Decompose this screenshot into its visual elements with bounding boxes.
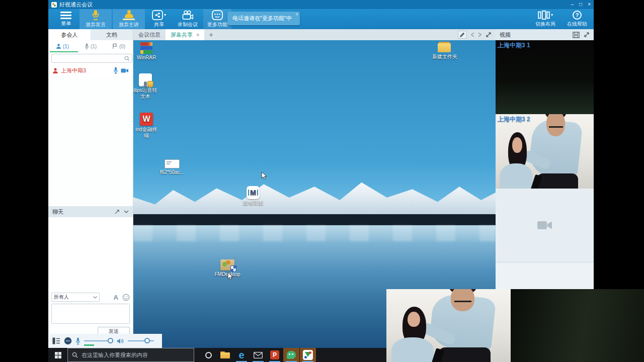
next-arrow-icon[interactable] bbox=[478, 32, 482, 37]
add-tab-button[interactable]: + bbox=[204, 31, 217, 39]
speaker-volume-slider[interactable] bbox=[128, 338, 154, 344]
switch-layout-button[interactable]: ▾ 切换布局 bbox=[529, 9, 561, 29]
filter-hands-raised[interactable]: (0) bbox=[105, 40, 133, 52]
mic-volume-slider[interactable] bbox=[84, 338, 113, 344]
chat-input[interactable] bbox=[52, 304, 129, 323]
fullscreen-icon[interactable] bbox=[486, 32, 492, 38]
audio-controls-bar bbox=[49, 334, 162, 348]
video-feed-1[interactable]: 上海中期3 1 bbox=[496, 40, 594, 114]
participant-row[interactable]: 上海中期3 bbox=[48, 64, 133, 76]
edge-icon: e bbox=[238, 350, 244, 360]
participant-name: 上海中期3 bbox=[61, 67, 86, 74]
tab-meeting-info[interactable]: 会议信息 bbox=[133, 29, 166, 40]
desktop-icon-mindmap[interactable]: M 思维导图 bbox=[238, 186, 268, 206]
participant-person-icon bbox=[52, 67, 58, 74]
give-up-presenter-button[interactable]: 放弃主讲 bbox=[113, 9, 145, 29]
tab-screen-share[interactable]: 屏幕共享 × bbox=[166, 29, 204, 40]
edge-button[interactable]: e bbox=[233, 348, 250, 362]
tab-close-icon[interactable]: × bbox=[196, 32, 199, 38]
collapse-chevron-icon[interactable] bbox=[124, 210, 129, 214]
phone-invite-tooltip: 电话邀请在"更多功能"中 × bbox=[227, 12, 300, 25]
wallpaper-mountains bbox=[133, 174, 496, 216]
windows-logo-icon bbox=[55, 352, 61, 358]
desktop-icon-wind-terminal[interactable]: W ind金融终 端 bbox=[133, 113, 162, 138]
taskbar-search-placeholder: 在这里输入你要搜索的内容 bbox=[82, 351, 148, 359]
close-button[interactable]: × bbox=[588, 0, 591, 9]
more-functions-icon bbox=[212, 10, 223, 20]
video-feed-2[interactable]: 上海中期3 2 bbox=[496, 114, 594, 189]
record-meeting-button[interactable]: 录制会议 bbox=[173, 9, 202, 29]
search-icon[interactable] bbox=[124, 56, 130, 61]
mic-icon bbox=[85, 43, 89, 49]
layout-list-icon[interactable] bbox=[52, 337, 60, 344]
overlay-people-video bbox=[386, 289, 511, 362]
mouse-cursor-2 bbox=[227, 272, 233, 281]
video-feed-3[interactable] bbox=[496, 189, 594, 262]
mail-icon bbox=[254, 352, 263, 358]
winrar-icon bbox=[140, 42, 152, 54]
wallpaper-shoreline bbox=[133, 214, 496, 225]
speaker-icon[interactable] bbox=[117, 338, 124, 344]
maximize-button[interactable]: □ bbox=[579, 0, 582, 9]
taskbar-search[interactable]: 在这里输入你要搜索的内容 bbox=[67, 348, 194, 362]
layout-icon bbox=[538, 11, 550, 20]
participant-search bbox=[51, 54, 132, 63]
cortana-button[interactable] bbox=[200, 348, 216, 362]
mouse-cursor bbox=[261, 171, 267, 180]
video-panel-header: 视频 bbox=[496, 29, 594, 40]
online-help-button[interactable]: ? 在线帮助 bbox=[564, 9, 591, 29]
minimize-button[interactable]: – bbox=[571, 0, 574, 9]
feed-2-video bbox=[496, 114, 594, 189]
movie-camera-icon bbox=[182, 10, 194, 20]
recipient-select[interactable]: 所有人 bbox=[51, 293, 100, 302]
desktop-icon-speech-to-text[interactable]: ilips语音转 文本 bbox=[133, 73, 160, 99]
participant-camera-icon[interactable] bbox=[121, 68, 129, 73]
popout-icon[interactable] bbox=[114, 209, 120, 215]
overlay-video-dark[interactable] bbox=[511, 289, 644, 362]
chat-messages bbox=[48, 217, 133, 292]
file-explorer-button[interactable] bbox=[217, 348, 233, 362]
expand-icon[interactable] bbox=[584, 32, 590, 38]
powerpoint-icon: P bbox=[270, 350, 279, 359]
wechat-button[interactable] bbox=[283, 348, 299, 362]
mindmaster-icon: M bbox=[247, 186, 260, 199]
chevron-down-icon bbox=[93, 296, 97, 299]
tab-participants[interactable]: 参会人 bbox=[48, 29, 91, 40]
chat-header: 聊天 bbox=[48, 206, 133, 217]
feed-2-label: 上海中期3 2 bbox=[498, 115, 530, 124]
share-icon bbox=[152, 10, 163, 20]
film-strip-icon[interactable] bbox=[573, 32, 580, 38]
window-file-icon bbox=[165, 159, 180, 168]
emoji-button[interactable] bbox=[122, 294, 130, 301]
desktop-icon-new-folder[interactable]: 新建文件夹 bbox=[430, 42, 460, 60]
flag-icon bbox=[112, 43, 118, 49]
tab-documents[interactable]: 文档 bbox=[91, 29, 133, 40]
wallpaper-reflection bbox=[133, 225, 496, 241]
tooltip-close-icon[interactable]: × bbox=[295, 12, 298, 17]
fmdesktop-icon bbox=[220, 259, 234, 270]
content-tabbar: 会议信息 屏幕共享 × + bbox=[133, 29, 496, 40]
conference-app-button[interactable] bbox=[300, 348, 316, 362]
start-button[interactable] bbox=[48, 348, 67, 362]
chat-bubble-icon[interactable] bbox=[64, 337, 72, 345]
desktop-icon-winrar[interactable]: WinRAR bbox=[133, 42, 162, 61]
menu-button[interactable]: 菜单 bbox=[53, 9, 78, 29]
participant-mic-icon[interactable] bbox=[113, 67, 118, 74]
share-button[interactable]: ▾ 共享 bbox=[146, 9, 172, 29]
give-up-speaking-button[interactable]: 放弃发言 bbox=[79, 9, 112, 29]
font-button[interactable]: A bbox=[114, 294, 118, 301]
powerpoint-button[interactable]: P bbox=[267, 348, 283, 362]
annotate-button[interactable] bbox=[458, 31, 467, 39]
desktop-icon-file[interactable]: f62*50ac... bbox=[157, 159, 187, 175]
filter-speaking[interactable]: (1) bbox=[76, 40, 105, 52]
menu-icon bbox=[60, 12, 71, 19]
participant-search-input[interactable] bbox=[54, 55, 122, 62]
app-logo-icon bbox=[51, 2, 57, 8]
prev-arrow-icon[interactable] bbox=[470, 32, 474, 37]
mic-volume-icon[interactable] bbox=[75, 337, 80, 345]
mail-button[interactable] bbox=[250, 348, 266, 362]
toolbar: 菜单 放弃发言 放弃主讲 ▾ 共享 录制会议 bbox=[48, 9, 594, 29]
person-icon bbox=[56, 43, 61, 49]
filter-participants[interactable]: (1) bbox=[48, 40, 76, 52]
overlay-video-people[interactable] bbox=[386, 289, 511, 362]
